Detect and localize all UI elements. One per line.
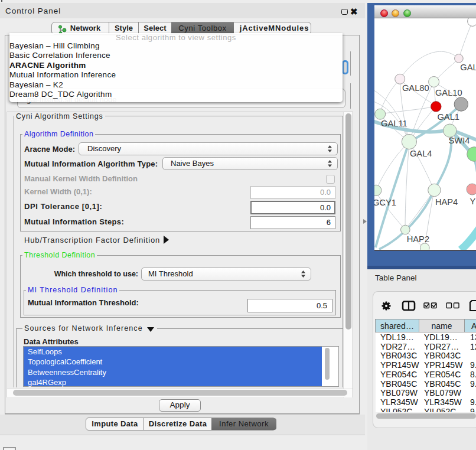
svg-text:GAL1: GAL1: [437, 112, 459, 122]
svg-text:GAL11: GAL11: [381, 119, 407, 128]
svg-text:SWI4: SWI4: [449, 136, 470, 145]
svg-text:HAP2: HAP2: [407, 234, 429, 244]
svg-text:HAP4: HAP4: [435, 197, 458, 207]
svg-text:GAL: GAL: [460, 63, 476, 72]
svg-text:GCY1: GCY1: [374, 198, 396, 207]
svg-text:GAL4: GAL4: [410, 149, 432, 158]
svg-text:GAL10: GAL10: [435, 88, 462, 97]
svg-text:GAL80: GAL80: [402, 83, 429, 93]
svg-text:Y: Y: [470, 197, 476, 206]
